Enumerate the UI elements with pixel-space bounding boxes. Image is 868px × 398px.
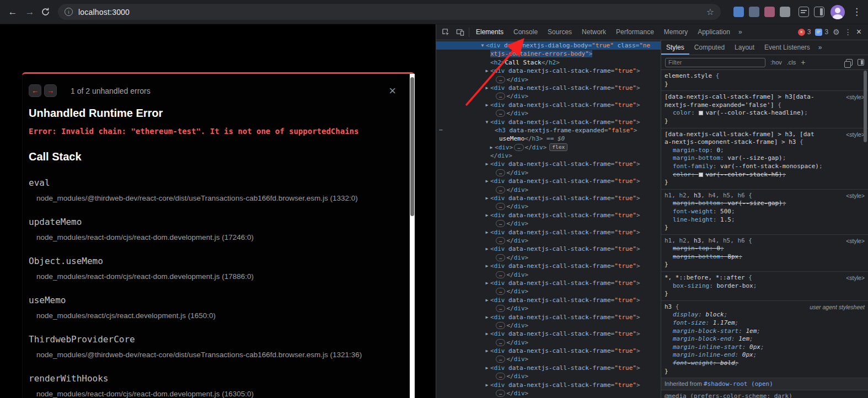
inline-expand-icon[interactable]: … <box>514 144 523 151</box>
styles-tab-computed[interactable]: Computed <box>689 40 730 55</box>
console-errors-icon[interactable]: × <box>798 29 805 36</box>
inline-expand-icon[interactable]: … <box>496 271 505 278</box>
stylesheet-source-link[interactable]: <style> <box>846 238 865 244</box>
side-panel-icon[interactable] <box>814 7 824 17</box>
stylesheet-source-link[interactable]: <style> <box>846 131 865 138</box>
previous-error-button[interactable]: ← <box>29 84 41 97</box>
stack-frame-location[interactable]: node_modules/react-dom/cjs/react-dom.dev… <box>36 233 398 241</box>
overlay-scrollbar-track[interactable] <box>410 74 415 398</box>
inline-expand-icon[interactable]: … <box>496 322 505 329</box>
dom-tree-line[interactable]: …</div> <box>436 186 661 194</box>
stack-frame-location[interactable]: node_modules/@thirdweb-dev/react-core/di… <box>36 351 398 359</box>
profile-avatar[interactable] <box>831 5 845 19</box>
dom-tree-line[interactable]: ▶<div data-nextjs-call-stack-frame="true… <box>436 313 661 321</box>
toggle-hover-state-button[interactable]: :hov <box>770 59 782 66</box>
css-selector[interactable]: [data-nextjs-call-stack-frame] > h3[data… <box>665 93 865 109</box>
dom-tree-line[interactable]: …</div> <box>436 236 661 245</box>
css-property[interactable]: font-size: 1.17em; <box>665 319 865 327</box>
dom-tree-line[interactable]: …</div> <box>436 254 661 262</box>
css-property[interactable]: margin-top: 0; <box>665 147 865 155</box>
css-property[interactable]: margin-top: 0; <box>665 245 865 253</box>
stylesheet-source-link[interactable]: user agent stylesheet <box>810 304 865 310</box>
devtools-menu-icon[interactable]: ⋮ <box>844 28 852 36</box>
css-property[interactable]: margin-block-start: 1em; <box>665 327 865 336</box>
styles-tab-layout[interactable]: Layout <box>730 40 759 55</box>
dom-tree-line[interactable]: ▶<div data-nextjs-call-stack-frame="true… <box>436 279 661 287</box>
styles-filter-input[interactable] <box>665 58 765 67</box>
device-toolbar-icon[interactable] <box>453 28 467 36</box>
stylesheet-source-link[interactable]: <style> <box>846 94 865 100</box>
reading-list-icon[interactable] <box>799 7 809 17</box>
dom-tree-line[interactable]: …</div> <box>436 355 661 363</box>
styles-tab-styles[interactable]: Styles <box>661 40 689 55</box>
dom-tree-line[interactable]: ▶<div data-nextjs-call-stack-frame="true… <box>436 347 661 355</box>
expand-arrow-icon[interactable]: ▶ <box>484 313 490 321</box>
expand-arrow-icon[interactable]: ▶ <box>484 67 490 75</box>
css-property[interactable]: display: block; <box>665 311 865 319</box>
dom-gutter-more-icon[interactable]: ⋯ <box>439 126 443 133</box>
dom-tree-line[interactable]: ▶<div data-nextjs-call-stack-frame="true… <box>436 84 661 92</box>
shadow-root-link[interactable]: #shadow-root (open) <box>704 380 773 388</box>
inline-expand-icon[interactable]: … <box>496 305 505 312</box>
toggle-classes-button[interactable]: .cls <box>787 59 796 66</box>
expand-arrow-icon[interactable]: ▶ <box>484 330 490 338</box>
dom-tree-line[interactable]: ▶<div data-nextjs-call-stack-frame="true… <box>436 211 661 219</box>
devtools-tab-console[interactable]: Console <box>508 24 543 40</box>
dom-tree-line[interactable]: ▶<div data-nextjs-call-stack-frame="true… <box>436 296 661 304</box>
css-selector[interactable]: [data-nextjs-call-stack-frame] > h3, [da… <box>665 131 865 147</box>
dom-tree-line[interactable]: ▶<div data-nextjs-call-stack-frame="true… <box>436 67 661 75</box>
next-error-button[interactable]: → <box>44 84 57 97</box>
dom-tree-line[interactable]: ▶<div data-nextjs-call-stack-frame="true… <box>436 262 661 270</box>
css-property[interactable]: font-weight: 500; <box>665 208 865 216</box>
inline-expand-icon[interactable]: … <box>496 254 505 261</box>
dom-tree-line[interactable]: …</div> <box>436 338 661 347</box>
browser-menu-icon[interactable]: ⋮ <box>852 6 861 18</box>
dom-tree-line[interactable]: …</div> <box>436 304 661 313</box>
overlay-close-icon[interactable]: × <box>389 85 396 97</box>
dom-tree-line[interactable]: xtjs-container-errors-body"> <box>436 50 661 58</box>
more-tabs-icon[interactable]: » <box>735 28 746 36</box>
css-property[interactable]: color: var(--color-stack-headline); <box>665 109 865 117</box>
dom-tree-line[interactable]: ▶<div data-nextjs-call-stack-frame="true… <box>436 194 661 202</box>
address-bar[interactable]: i localhost:3000 ☆ <box>58 4 721 20</box>
stack-frame-location[interactable]: node_modules/react-dom/cjs/react-dom.dev… <box>36 272 398 281</box>
sidebar-layout-icon[interactable] <box>858 59 864 66</box>
expand-arrow-icon[interactable]: ▶ <box>484 101 490 109</box>
inline-expand-icon[interactable]: … <box>496 237 505 244</box>
dom-tree-line[interactable]: …</div> <box>436 372 661 380</box>
back-icon[interactable]: ← <box>7 0 19 24</box>
forward-icon[interactable]: → <box>24 0 36 24</box>
css-property[interactable]: margin-inline-end: 0px; <box>665 351 865 359</box>
dom-tree-line[interactable]: …</div> <box>436 202 661 211</box>
dom-tree-line[interactable]: ▼<div data-nextjs-dialog-body="true" cla… <box>436 41 661 50</box>
dom-tree-line[interactable]: ▶<div data-nextjs-call-stack-frame="true… <box>436 381 661 389</box>
expand-arrow-icon[interactable]: ▶ <box>488 143 495 152</box>
dom-tree-line[interactable]: …</div> <box>436 321 661 330</box>
stack-frame-location[interactable]: node_modules/react-dom/cjs/react-dom.dev… <box>36 390 398 398</box>
dom-tree-line[interactable]: ▶<div data-nextjs-call-stack-frame="true… <box>436 245 661 253</box>
devtools-tab-network[interactable]: Network <box>577 24 611 40</box>
flex-badge[interactable]: flex <box>549 143 567 151</box>
inline-expand-icon[interactable]: … <box>496 373 505 380</box>
dom-tree-line[interactable]: …</div> <box>436 76 661 84</box>
issues-icon[interactable] <box>815 29 822 36</box>
error-count[interactable]: 3 <box>807 28 811 36</box>
inline-expand-icon[interactable]: … <box>496 203 505 210</box>
inline-expand-icon[interactable]: … <box>496 93 505 100</box>
css-selector[interactable]: *, *::before, *::after { <box>665 274 865 282</box>
stylesheet-source-link[interactable]: <style> <box>846 275 865 281</box>
dom-tree-line[interactable]: ▶<div data-nextjs-call-stack-frame="true… <box>436 228 661 236</box>
dom-tree-line[interactable]: <h2>Call Stack</h2> <box>436 58 661 67</box>
dom-tree-line[interactable]: </div> <box>436 152 661 160</box>
expand-arrow-icon[interactable]: ▶ <box>484 228 490 236</box>
css-property[interactable]: font-weight: bold; <box>665 359 865 368</box>
copy-styles-icon[interactable] <box>846 59 853 66</box>
css-property[interactable]: font-family: var(--font-stack-monospace)… <box>665 163 865 171</box>
inline-expand-icon[interactable]: … <box>496 169 505 176</box>
stack-frame-location[interactable]: node_modules/react/cjs/react.development… <box>36 311 398 320</box>
expand-arrow-icon[interactable]: ▶ <box>484 245 490 253</box>
inline-expand-icon[interactable]: … <box>496 220 505 227</box>
expand-arrow-icon[interactable]: ▶ <box>484 194 490 202</box>
inline-expand-icon[interactable]: … <box>496 288 505 295</box>
styles-tab-event-listeners[interactable]: Event Listeners <box>759 40 815 55</box>
